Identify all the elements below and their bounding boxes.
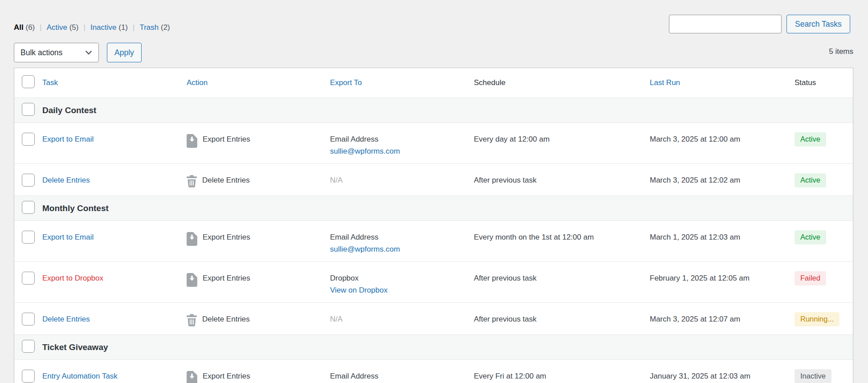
column-header-action[interactable]: Action	[187, 78, 208, 87]
table-row: Export to Email Export Entries Email Add…	[14, 122, 853, 163]
schedule-text: Every month on the 1st at 12:00 am	[474, 221, 650, 261]
filter-all-label: All	[14, 23, 24, 32]
row-checkbox[interactable]	[22, 231, 35, 244]
action-label: Export Entries	[203, 232, 250, 243]
status-badge: Inactive	[795, 369, 831, 383]
filter-active[interactable]: Active (5)	[47, 23, 79, 32]
task-link[interactable]: Delete Entries	[42, 315, 90, 323]
row-checkbox[interactable]	[22, 313, 35, 326]
task-link[interactable]: Entry Automation Task	[42, 372, 118, 380]
tasks-admin-page: All (6) | Active (5) | Inactive (1) | Tr…	[0, 0, 868, 383]
row-checkbox[interactable]	[22, 174, 35, 187]
search-input[interactable]	[669, 15, 782, 33]
trash-icon	[187, 175, 197, 187]
action-label: Export Entries	[203, 273, 250, 284]
last-run-text: March 3, 2025 at 12:07 am	[650, 303, 795, 334]
filter-inactive-link[interactable]: Inactive	[90, 23, 117, 32]
filter-trash[interactable]: Trash (2)	[139, 23, 170, 32]
export-destination: Email Address	[330, 232, 474, 243]
schedule-text: After previous task	[474, 164, 650, 196]
filter-inactive[interactable]: Inactive (1)	[90, 23, 128, 32]
status-badge: Failed	[795, 271, 826, 285]
filter-trash-link[interactable]: Trash	[139, 23, 159, 32]
export-destination: Email Address	[330, 134, 474, 145]
task-link[interactable]: Export to Dropbox	[42, 274, 103, 282]
column-header-export-to[interactable]: Export To	[330, 78, 362, 87]
file-download-icon	[187, 273, 197, 287]
group-checkbox[interactable]	[22, 340, 35, 353]
group-title: Monthly Contest	[42, 204, 853, 213]
schedule-text: After previous task	[474, 303, 650, 334]
filter-inactive-count: (1)	[118, 23, 128, 32]
group-title: Ticket Giveaway	[42, 342, 853, 352]
task-link[interactable]: Export to Email	[42, 135, 94, 143]
row-checkbox[interactable]	[22, 272, 35, 285]
chevron-down-icon	[85, 50, 92, 55]
action-label: Export Entries	[203, 134, 250, 145]
export-destination: Dropbox	[330, 273, 474, 284]
last-run-text: March 1, 2025 at 12:03 am	[650, 221, 795, 261]
schedule-text: After previous task	[474, 262, 650, 302]
column-header-last-run[interactable]: Last Run	[650, 78, 680, 87]
bulk-actions-select[interactable]: Bulk actions	[14, 43, 99, 62]
status-badge: Active	[795, 230, 826, 244]
export-destination: Email Address	[330, 360, 474, 383]
select-all-checkbox[interactable]	[22, 75, 35, 88]
items-count: 5 items	[829, 47, 853, 56]
status-badge: Active	[795, 132, 826, 147]
tasks-table: Task Action Export To Schedule Last Run …	[14, 68, 853, 383]
file-download-icon	[187, 371, 197, 383]
status-badge: Active	[795, 173, 826, 187]
export-destination: N/A	[330, 164, 474, 196]
filter-separator: |	[40, 23, 41, 32]
task-link[interactable]: Delete Entries	[42, 176, 90, 184]
export-destination: N/A	[330, 303, 474, 334]
search-tasks-button[interactable]: Search Tasks	[786, 15, 850, 33]
task-link[interactable]: Export to Email	[42, 233, 94, 241]
table-row: Export to Email Export Entries Email Add…	[14, 220, 853, 261]
filter-trash-count: (2)	[161, 23, 170, 32]
file-download-icon	[187, 134, 197, 148]
last-run-text: February 1, 2025 at 12:05 am	[650, 262, 795, 302]
filter-all-count: (6)	[25, 23, 35, 32]
column-header-schedule: Schedule	[474, 78, 650, 87]
file-download-icon	[187, 232, 197, 246]
schedule-text: Every Fri at 12:00 am	[474, 360, 650, 383]
status-filter-bar: All (6) | Active (5) | Inactive (1) | Tr…	[14, 23, 170, 32]
row-checkbox[interactable]	[22, 133, 35, 146]
schedule-text: Every day at 12:00 am	[474, 123, 650, 163]
filter-all[interactable]: All (6)	[14, 23, 35, 32]
group-checkbox[interactable]	[22, 201, 35, 214]
group-row-ticket-giveaway: Ticket Giveaway	[14, 334, 853, 359]
row-checkbox[interactable]	[22, 370, 35, 383]
table-header-row: Task Action Export To Schedule Last Run …	[14, 68, 853, 98]
apply-button[interactable]: Apply	[107, 43, 142, 62]
last-run-text: March 3, 2025 at 12:02 am	[650, 164, 795, 196]
table-row: Export to Dropbox Export Entries Dropbox…	[14, 261, 853, 302]
filter-active-link[interactable]: Active	[47, 23, 67, 32]
table-row: Delete Entries Delete Entries N/A After …	[14, 302, 853, 334]
action-label: Delete Entries	[202, 314, 250, 325]
filter-separator: |	[83, 23, 85, 32]
trash-icon	[187, 314, 197, 326]
group-row-daily-contest: Daily Contest	[14, 98, 853, 122]
action-label: Export Entries	[203, 371, 250, 382]
column-header-status: Status	[795, 78, 853, 87]
group-row-monthly-contest: Monthly Contest	[14, 196, 853, 220]
action-label: Delete Entries	[202, 175, 250, 186]
last-run-text: March 3, 2025 at 12:00 am	[650, 123, 795, 163]
group-title: Daily Contest	[42, 106, 853, 115]
column-header-task[interactable]: Task	[42, 78, 58, 87]
bulk-actions-selected-value: Bulk actions	[20, 48, 62, 57]
export-destination-link[interactable]: sullie@wpforms.com	[330, 147, 400, 155]
filter-separator: |	[133, 23, 134, 32]
last-run-text: January 31, 2025 at 12:03 am	[650, 360, 795, 383]
export-destination-link[interactable]: sullie@wpforms.com	[330, 245, 400, 253]
table-row: Entry Automation Task Export Entries Ema…	[14, 359, 853, 383]
export-destination-link[interactable]: View on Dropbox	[330, 286, 387, 294]
group-checkbox[interactable]	[22, 103, 35, 116]
filter-active-count: (5)	[69, 23, 79, 32]
table-row: Delete Entries Delete Entries N/A After …	[14, 163, 853, 196]
status-badge: Running...	[795, 312, 839, 326]
